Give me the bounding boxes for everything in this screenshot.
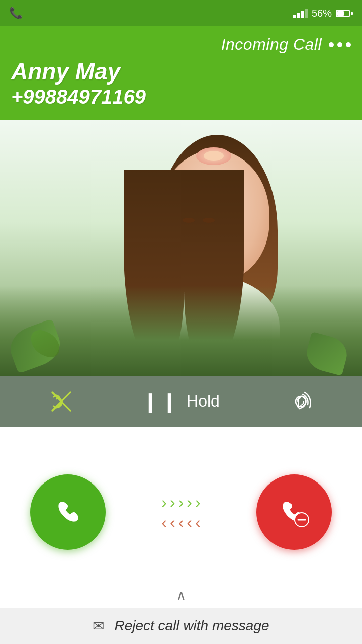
call-header: Incoming Call Anny May +99884971169 [0,26,362,120]
reject-phone-icon [276,494,312,530]
speaker-icon [289,389,313,414]
caller-photo [0,120,362,376]
swipe-up-bar[interactable]: ∧ [0,583,362,608]
battery-icon [336,10,353,17]
dot3 [346,42,351,47]
caller-name: Anny May [11,59,351,85]
call-action-area: › › › › › ‹ ‹ ‹ ‹ ‹ [0,427,362,598]
reject-message-label: Reject call with message [114,618,269,634]
speaker-button[interactable] [289,389,313,414]
phone-status-icon: 📞 [9,7,23,20]
reject-call-button[interactable] [256,474,332,550]
caller-number: +99884971169 [11,85,351,109]
status-right-group: 56% [293,8,353,19]
dot1 [329,42,334,47]
mute-button[interactable] [49,389,73,414]
arrows-right-row: › › › › › [161,494,200,510]
battery-percent: 56% [312,8,332,19]
reject-with-message-bar[interactable]: ✉ Reject call with message [0,608,362,644]
incoming-call-label: Incoming Call [221,35,322,54]
header-top-row: Incoming Call [11,35,351,54]
hold-button[interactable]: ❙❙ Hold [142,390,220,413]
pause-icon: ❙❙ [142,390,180,413]
bottom-bar: ∧ ✉ Reject call with message [0,583,362,644]
status-bar: 📞 56% [0,0,362,26]
hold-label: Hold [187,392,220,411]
accept-phone-icon [50,494,86,530]
caller-photo-area [0,120,362,376]
more-options-button[interactable] [329,42,351,47]
arrows-left-row: ‹ ‹ ‹ ‹ ‹ [161,514,200,530]
dot2 [337,42,342,47]
accept-call-button[interactable] [30,474,106,550]
chevron-up-icon: ∧ [176,587,187,604]
signal-bars-icon [293,8,308,18]
swipe-arrows: › › › › › ‹ ‹ ‹ ‹ ‹ [161,494,200,530]
mute-icon [49,389,73,414]
call-controls-bar: ❙❙ Hold [0,376,362,427]
message-icon: ✉ [93,618,104,634]
